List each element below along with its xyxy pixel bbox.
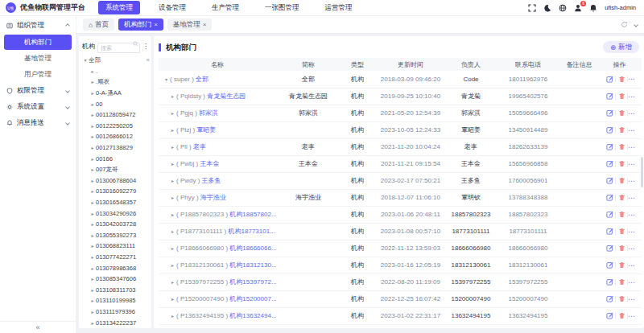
row-caret-icon[interactable]: ▸ — [171, 162, 174, 166]
table-row[interactable]: ▸( P13420789239 ) 机构13420789... 机构 2023-… — [159, 324, 642, 328]
theme-moon-icon[interactable] — [543, 4, 551, 12]
org-name-link[interactable]: 全部 — [196, 76, 208, 83]
table-row[interactable]: ▸( Pwdy ) 王多鱼 机构 2023-02-17 07:50:21 王多鱼… — [159, 172, 642, 189]
row-caret-icon[interactable]: ▸ — [171, 314, 174, 319]
table-row[interactable]: ▸( Pqldsty ) 青龙菊生态园 青龙菊生态园 机构 2019-09-25… — [159, 88, 642, 105]
more-actions-icon[interactable]: ⋯ — [628, 178, 635, 184]
tree-node[interactable]: ▸ 013077422271 — [82, 252, 149, 263]
current-user-name[interactable]: ufish-admin — [605, 4, 636, 11]
more-actions-icon[interactable]: ⋯ — [628, 127, 635, 134]
sidebar-subitem[interactable]: 用户管理 — [4, 67, 72, 82]
row-caret-icon[interactable]: ▸ — [171, 128, 174, 133]
tree-node[interactable]: ▸ 00 — [82, 98, 149, 109]
caret-right-icon[interactable]: ▸ — [89, 188, 96, 194]
tree-node[interactable]: ▸ 013034290926 — [82, 208, 149, 219]
top-nav-item[interactable]: 运营管理 — [318, 1, 360, 14]
edit-icon[interactable] — [604, 76, 615, 83]
tree-node[interactable]: ▸ 001128059472 — [82, 109, 149, 121]
sidebar-subitem[interactable]: 机构部门 — [4, 35, 72, 50]
org-name-link[interactable]: 机构18312130... — [229, 261, 276, 269]
edit-icon[interactable] — [604, 194, 615, 201]
table-row[interactable]: ▸( Pgjq ) 郭家淇 郭家淇 机构 2021-05-20 12:54:39… — [159, 105, 642, 121]
caret-right-icon[interactable]: ▸ — [89, 254, 96, 260]
tree-node[interactable]: ▸ 013085347606 — [82, 273, 149, 285]
more-actions-icon[interactable]: ⋯ — [628, 279, 635, 286]
caret-right-icon[interactable]: ▸ — [89, 320, 96, 326]
tree-node[interactable]: ▸ 013134222237 — [82, 317, 149, 328]
row-caret-icon[interactable]: ▸ — [171, 179, 174, 183]
sidebar-item-settings[interactable]: 系统设置 — [0, 99, 76, 115]
tree-collapse-handle[interactable]: « — [147, 56, 150, 64]
table-row[interactable]: ▾( super ) 全部 全部 机构 2018-03-09 09:46:20 … — [159, 71, 642, 88]
table-row[interactable]: ▸( Pwbj ) 王本金 王本金 机构 2021-11-21 09:15:54… — [159, 155, 642, 172]
caret-right-icon[interactable]: ▸ — [89, 199, 96, 205]
caret-right-icon[interactable]: ▸ — [89, 232, 96, 238]
caret-right-icon[interactable]: ▸ — [89, 156, 96, 162]
language-globe-icon[interactable] — [559, 4, 567, 12]
caret-right-icon[interactable]: ▸ — [89, 101, 96, 107]
top-nav-item[interactable]: 系统管理 — [98, 1, 140, 14]
close-icon[interactable]: × — [203, 21, 207, 28]
tree-node[interactable]: ▸ 013016548357 — [82, 197, 149, 208]
more-actions-icon[interactable]: ⋯ — [628, 296, 635, 302]
delete-icon[interactable] — [616, 76, 627, 83]
org-name-link[interactable]: 覃昭姜 — [196, 126, 216, 134]
edit-icon[interactable] — [604, 278, 615, 286]
tree-node[interactable]: ▸ 007龙哥 — [82, 164, 149, 175]
edit-icon[interactable] — [604, 312, 615, 319]
top-nav-item[interactable]: 生产管理 — [204, 1, 246, 14]
delete-icon[interactable] — [616, 160, 627, 167]
tree-node[interactable]: ▸ .顺衣 — [82, 76, 149, 88]
edit-icon[interactable] — [604, 92, 615, 100]
delete-icon[interactable] — [616, 261, 627, 269]
tab-item[interactable]: 机构部门 × — [118, 18, 163, 31]
table-row[interactable]: ▸( P18857802323 ) 机构18857802... 机构 2023-… — [159, 206, 642, 223]
caret-right-icon[interactable]: ▸ — [89, 90, 96, 96]
table-row[interactable]: ▸( P15200007490 ) 机构15200007... 机构 2022-… — [159, 290, 642, 307]
fullscreen-icon[interactable] — [528, 4, 536, 12]
org-name-link[interactable]: 机构15397972... — [229, 278, 276, 286]
caret-right-icon[interactable]: ▸ — [89, 123, 96, 129]
caret-right-icon[interactable]: ▸ — [89, 243, 96, 249]
org-name-link[interactable]: 王本金 — [200, 160, 219, 167]
table-row[interactable]: ▸( P18312130061 ) 机构18312130... 机构 2023-… — [159, 257, 642, 273]
tree-node[interactable]: ▸ 013110199985 — [82, 295, 149, 306]
edit-icon[interactable] — [604, 109, 615, 117]
more-actions-icon[interactable]: ⋯ — [628, 212, 635, 218]
chevron-down-icon[interactable] — [634, 23, 638, 27]
tree-node[interactable]: ▸ 013042003728 — [82, 219, 149, 230]
bell-icon[interactable] — [589, 4, 597, 12]
tab-item[interactable]: 基地管理 × — [167, 18, 213, 31]
delete-icon[interactable] — [616, 312, 627, 319]
caret-right-icon[interactable]: ▸ — [89, 134, 96, 139]
row-caret-icon[interactable]: ▸ — [171, 195, 174, 200]
org-name-link[interactable]: 机构15200007... — [229, 295, 276, 302]
caret-right-icon[interactable]: ▸ — [89, 178, 96, 183]
caret-down-icon[interactable]: ▾ — [82, 57, 89, 63]
org-name-link[interactable]: 海宇渔业 — [200, 194, 226, 201]
tree-node[interactable]: ▸ 013006788604 — [82, 175, 149, 187]
org-name-link[interactable]: 王多鱼 — [202, 177, 221, 184]
row-caret-icon[interactable]: ▸ — [171, 246, 174, 251]
caret-right-icon[interactable]: ▸ — [89, 265, 96, 271]
delete-icon[interactable] — [616, 245, 627, 252]
tree-node[interactable]: ▸ 00166 — [82, 153, 149, 164]
more-actions-icon[interactable]: ⋯ — [628, 262, 635, 269]
caret-right-icon[interactable]: ▸ — [89, 166, 96, 172]
org-name-link[interactable]: 郭家淇 — [199, 109, 218, 117]
tree-root-node[interactable]: ▾ 全部 — [82, 55, 149, 66]
more-actions-icon[interactable]: ⋯ — [628, 228, 635, 235]
edit-icon[interactable] — [604, 143, 615, 150]
more-actions-icon[interactable]: ⋯ — [628, 313, 635, 319]
edit-icon[interactable] — [604, 177, 615, 184]
more-actions-icon[interactable]: ⋯ — [628, 245, 635, 252]
delete-icon[interactable] — [616, 126, 627, 134]
row-caret-icon[interactable]: ▸ — [171, 263, 174, 268]
table-row[interactable]: ▸( Ptzj ) 覃昭姜 机构 2023-10-05 12:24:33 覃昭姜… — [159, 121, 642, 138]
edit-icon[interactable] — [604, 126, 615, 134]
org-name-link[interactable]: 机构18857802... — [229, 211, 276, 218]
edit-icon[interactable] — [604, 228, 615, 235]
tree-node[interactable]: ▸ 00126866012 — [82, 131, 149, 142]
tree-node[interactable]: ▸ 013108311703 — [82, 284, 149, 295]
table-row[interactable]: ▸( Pll ) 老李 老李 机构 2021-11-20 10:04:24 老李… — [159, 138, 642, 155]
